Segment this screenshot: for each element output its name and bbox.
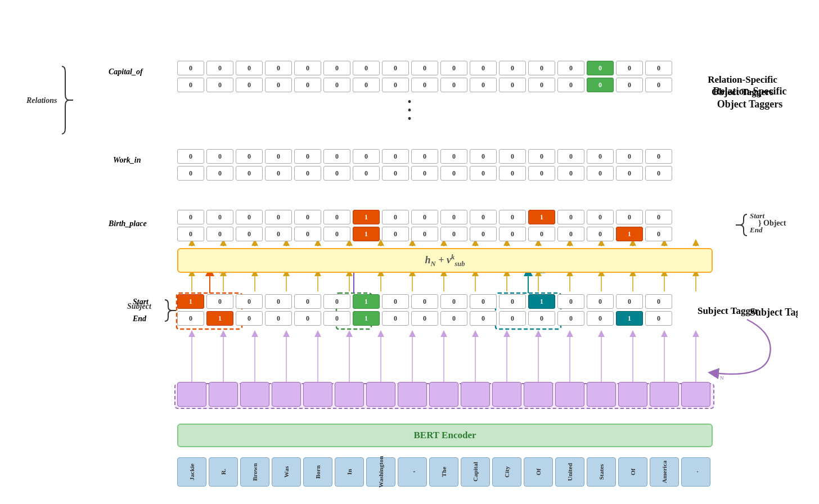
svg-text:h: h (716, 372, 719, 379)
subj-start-15: 0 (587, 294, 614, 309)
subj-start-5: 0 (294, 294, 321, 309)
subj-start-11: 0 (470, 294, 497, 309)
subj-start-3: 0 (236, 294, 263, 309)
svg-text:•: • (407, 112, 411, 125)
purple-cells-row (177, 382, 710, 407)
token-city: City (492, 457, 521, 487)
token-of2: Of (618, 457, 647, 487)
token-jackie: Jackie (177, 457, 206, 487)
token-r: R. (209, 457, 238, 487)
subj-start-2: 0 (206, 294, 233, 309)
token-states: States (587, 457, 616, 487)
subj-end-5: 0 (294, 311, 321, 326)
svg-text:Start: Start (750, 212, 764, 220)
subj-start-6: 0 (323, 294, 350, 309)
token-row: Jackie R. Brown Was Born In Washington ,… (177, 457, 710, 487)
subject-tagger-title: Subject Tagger (698, 305, 788, 317)
token-the: The (429, 457, 458, 487)
subj-end-2: 1 (206, 311, 233, 326)
subj-end-17: 0 (645, 311, 672, 326)
subj-start-14: 0 (557, 294, 584, 309)
subj-start-9: 0 (411, 294, 438, 309)
subj-end-7: 1 (353, 311, 380, 326)
subject-start-row: 1 0 0 0 0 0 1 0 0 0 0 0 1 0 0 0 0 (177, 294, 672, 309)
token-capital: Capital (461, 457, 490, 487)
svg-text:Object Taggers: Object Taggers (717, 98, 783, 110)
subj-start-12: 0 (499, 294, 526, 309)
subj-start-8: 0 (382, 294, 409, 309)
subj-start-16: 0 (616, 294, 643, 309)
token-united: United (555, 457, 584, 487)
subject-tagger-text: Subject Tagger (698, 305, 788, 317)
token-in: In (335, 457, 364, 487)
svg-text:End: End (749, 226, 763, 234)
birthplace-end-row: 0 0 0 0 0 0 1 0 0 0 0 0 0 0 0 1 0 (177, 227, 672, 241)
token-of: Of (524, 457, 553, 487)
token-period: . (681, 457, 710, 487)
subj-end-4: 0 (265, 311, 292, 326)
capitalof-label: Capital_of (109, 66, 143, 76)
subj-end-6: 0 (323, 311, 350, 326)
rsot-title: Relation-Specific Object Taggers (698, 74, 788, 98)
subject-end-row: 0 1 0 0 0 0 1 0 0 0 0 0 0 0 0 1 0 (177, 311, 672, 326)
svg-text:Relations: Relations (26, 96, 57, 105)
bert-encoder-box: BERT Encoder (177, 424, 713, 447)
token-brown: Brown (240, 457, 269, 487)
subj-start-17: 0 (645, 294, 672, 309)
subject-label: Start (133, 296, 148, 307)
subj-end-3: 0 (236, 311, 263, 326)
workin-start-row: 0 0 0 0 0 0 0 0 0 0 0 0 0 0 0 0 0 (177, 149, 672, 164)
birthplace-start-row: 0 0 0 0 0 0 1 0 0 0 0 0 1 0 0 0 0 (177, 210, 672, 224)
subject-end-label: End (133, 313, 146, 323)
subj-end-9: 0 (411, 311, 438, 326)
token-america: America (650, 457, 679, 487)
workin-label: Work_in (113, 155, 141, 165)
token-born: Born (303, 457, 332, 487)
capitalof-end-row: 0 0 0 0 0 0 0 0 0 0 0 0 0 0 0 0 0 (177, 78, 672, 92)
svg-text:•: • (407, 104, 411, 116)
combination-box: hN + vksub (177, 248, 713, 273)
token-comma: , (398, 457, 427, 487)
rsot-title-text: Relation-Specific Object Taggers (698, 74, 788, 98)
subj-end-11: 0 (470, 311, 497, 326)
subj-end-16: 1 (616, 311, 643, 326)
subj-start-13: 1 (528, 294, 555, 309)
token-was: Was (272, 457, 301, 487)
subj-start-4: 0 (265, 294, 292, 309)
svg-text:N: N (720, 375, 724, 381)
birthplace-label: Birth_place (109, 218, 147, 228)
workin-end-row: 0 0 0 0 0 0 0 0 0 0 0 0 0 0 0 0 0 (177, 166, 672, 181)
bert-encoder-label: BERT Encoder (413, 430, 476, 441)
subj-end-1: 0 (177, 311, 204, 326)
svg-text:} Object: } Object (758, 219, 786, 227)
svg-text:•: • (407, 96, 411, 108)
subj-start-10: 0 (440, 294, 467, 309)
subj-end-12: 0 (499, 311, 526, 326)
subj-start-7: 1 (353, 294, 380, 309)
subj-end-13: 0 (528, 311, 555, 326)
capitalof-start-row: 0 0 0 0 0 0 0 0 0 0 0 0 0 0 0 0 0 (177, 61, 672, 75)
subj-end-15: 0 (587, 311, 614, 326)
subj-end-14: 0 (557, 311, 584, 326)
combination-label: hN + vksub (425, 253, 465, 268)
subj-end-10: 0 (440, 311, 467, 326)
token-washington: Washington (366, 457, 395, 487)
subj-end-8: 0 (382, 311, 409, 326)
main-container: Relations • • • Subject Start End } Obje… (0, 0, 819, 504)
subj-start-1: 1 (177, 294, 204, 309)
diagram: Relations • • • Subject Start End } Obje… (21, 7, 798, 497)
